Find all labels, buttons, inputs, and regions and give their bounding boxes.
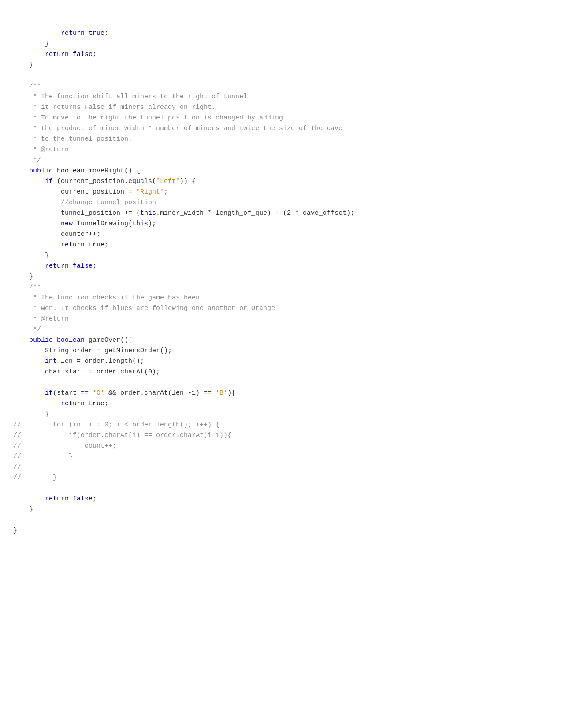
code-viewer: return true; } return false; } /** * The… bbox=[13, 18, 549, 536]
